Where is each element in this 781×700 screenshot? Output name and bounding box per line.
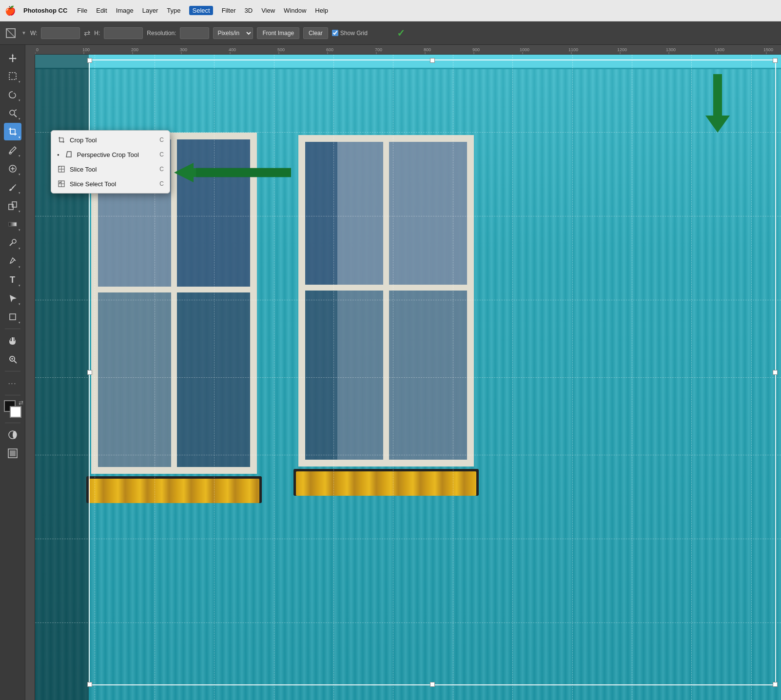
show-grid-label[interactable]: Show Grid — [332, 30, 368, 37]
tool-quick-mask[interactable] — [4, 426, 21, 444]
options-dropdown-arrow[interactable]: ▼ — [21, 30, 26, 36]
menu-help[interactable]: Help — [315, 7, 328, 14]
menu-type[interactable]: Type — [167, 7, 180, 14]
svg-marker-69 — [66, 152, 71, 157]
tool-type[interactable]: T ▾ — [4, 271, 21, 289]
dodge-icon — [8, 238, 18, 248]
tool-pen[interactable]: ▾ — [4, 253, 21, 270]
svg-rect-17 — [9, 222, 17, 226]
svg-line-5 — [14, 115, 17, 117]
svg-text:900: 900 — [472, 47, 480, 52]
h-input[interactable] — [104, 27, 143, 39]
unit-select[interactable]: Pixels/in Pixels/cm — [213, 27, 253, 39]
tool-move[interactable] — [4, 49, 21, 66]
svg-text:1000: 1000 — [520, 47, 529, 52]
tool-heal[interactable]: ▾ — [4, 160, 21, 177]
menu-filter[interactable]: Filter — [222, 7, 236, 14]
clear-button[interactable]: Clear — [303, 27, 328, 39]
menu-3d[interactable]: 3D — [245, 7, 253, 14]
menu-select[interactable]: Select — [189, 6, 213, 15]
svg-text:300: 300 — [180, 47, 187, 52]
crop-tool-shortcut: C — [159, 136, 164, 143]
slice-tool-label: Slice Tool — [70, 166, 156, 173]
toolbar-sep-4 — [5, 423, 20, 423]
menu-view[interactable]: View — [261, 7, 275, 14]
swap-dimensions-icon[interactable]: ⇄ — [84, 28, 90, 38]
perspective-crop-menu-icon — [64, 150, 73, 159]
move-icon — [8, 53, 18, 62]
eyedropper-sub-arrow: ▾ — [19, 154, 20, 158]
w-input[interactable] — [41, 27, 80, 39]
menu-edit[interactable]: Edit — [96, 7, 107, 14]
crop-tool-options-icon — [4, 26, 18, 40]
apple-menu-icon[interactable]: 🍎 — [5, 5, 16, 16]
tool-crop[interactable]: ▾ — [4, 123, 21, 140]
pen-icon — [8, 256, 18, 266]
crop-handle-br[interactable] — [773, 682, 778, 687]
shape-icon — [8, 312, 18, 322]
tool-marquee[interactable]: ▾ — [4, 67, 21, 85]
svg-point-4 — [10, 110, 15, 115]
tool-path-select[interactable]: ▾ — [4, 290, 21, 307]
svg-rect-64 — [25, 45, 35, 700]
toolbar-sep-1 — [5, 329, 20, 329]
dropdown-item-perspective-crop[interactable]: Perspective Crop Tool C — [51, 147, 170, 162]
svg-text:100: 100 — [82, 47, 90, 52]
eyedropper-icon — [8, 145, 18, 155]
tool-dodge[interactable]: ▾ — [4, 234, 21, 252]
svg-line-24 — [14, 361, 17, 363]
dropdown-item-crop[interactable]: Crop Tool C — [51, 133, 170, 147]
tool-shape[interactable]: ▾ — [4, 308, 21, 326]
tool-quick-select[interactable]: ▾ — [4, 104, 21, 122]
svg-text:500: 500 — [277, 47, 285, 52]
background-color[interactable] — [10, 406, 21, 418]
swap-colors-icon[interactable]: ⇄ — [19, 399, 23, 406]
tool-brush[interactable]: ▾ — [4, 178, 21, 196]
lasso-icon — [8, 90, 18, 99]
front-image-button[interactable]: Front Image — [257, 27, 299, 39]
window-right-frame — [298, 135, 474, 467]
grid-v-12 — [751, 55, 752, 700]
menu-window[interactable]: Window — [284, 7, 306, 14]
tool-screen-mode[interactable] — [4, 445, 21, 462]
ruler-vertical — [25, 45, 35, 700]
crop-tool-label: Crop Tool — [70, 136, 156, 144]
confirm-button[interactable]: ✓ — [397, 27, 405, 39]
tool-gradient[interactable]: ▾ — [4, 215, 21, 233]
grid-v-11 — [691, 55, 692, 700]
dropdown-item-slice[interactable]: Slice Tool C — [51, 162, 170, 176]
menu-file[interactable]: File — [77, 7, 87, 14]
grid-h-7 — [35, 622, 781, 623]
app-name[interactable]: Photoshop CC — [23, 7, 67, 14]
crop-handle-bc[interactable] — [430, 682, 435, 687]
crop-handle-mr[interactable] — [773, 370, 778, 375]
hand-icon — [8, 336, 18, 346]
resolution-input[interactable] — [180, 27, 209, 39]
options-bar: ▼ W: ⇄ H: Resolution: Pixels/in Pixels/c… — [0, 21, 781, 45]
crop-menu-icon — [57, 136, 66, 144]
grid-v-9 — [572, 55, 573, 700]
slice-select-shortcut: C — [159, 180, 164, 187]
dodge-sub-arrow: ▾ — [19, 247, 20, 251]
curtain-right-bottom — [337, 291, 467, 460]
slice-select-menu-icon — [57, 179, 66, 188]
tool-more[interactable]: ··· — [4, 374, 21, 392]
menu-image[interactable]: Image — [116, 7, 134, 14]
show-grid-checkbox[interactable] — [332, 30, 338, 36]
svg-text:1100: 1100 — [568, 47, 578, 52]
window-right-divider-v — [383, 142, 389, 460]
brush-icon — [8, 182, 18, 192]
toolbar: ▾ ▾ ▾ ▾ — [0, 45, 25, 700]
dropdown-item-slice-select[interactable]: Slice Select Tool C — [51, 176, 170, 191]
menu-layer[interactable]: Layer — [142, 7, 158, 14]
tool-lasso[interactable]: ▾ — [4, 86, 21, 103]
tool-clone[interactable]: ▾ — [4, 197, 21, 214]
flower-box-right — [293, 469, 479, 496]
color-swatches[interactable]: ⇄ — [4, 400, 21, 418]
tool-zoom[interactable] — [4, 350, 21, 368]
flower-box-left — [86, 476, 262, 503]
tool-hand[interactable] — [4, 332, 21, 350]
gradient-sub-arrow: ▾ — [19, 228, 20, 232]
tool-eyedropper[interactable]: ▾ — [4, 141, 21, 159]
svg-text:1200: 1200 — [617, 47, 627, 52]
